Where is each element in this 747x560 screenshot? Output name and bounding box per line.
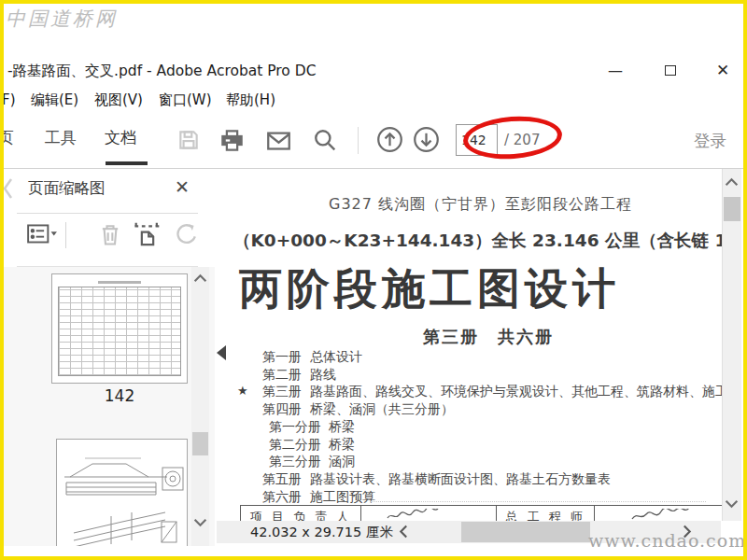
thumbnail-list: 142 xyxy=(4,267,215,546)
menu-file[interactable]: F) xyxy=(4,91,15,108)
search-icon xyxy=(313,128,337,152)
minimize-icon: — xyxy=(608,62,623,79)
panel-collapse-chevron-icon[interactable] xyxy=(4,176,14,201)
delete-pages-icon xyxy=(97,221,123,247)
minimize-button[interactable]: — xyxy=(603,58,627,82)
volume-row: 第一册总体设计 xyxy=(230,348,722,366)
panel-divider xyxy=(17,213,198,214)
menu-help[interactable]: 帮助(H) xyxy=(226,91,275,109)
tab-tools[interactable]: 工具 xyxy=(45,127,77,148)
volume-row: 第二册路线 xyxy=(230,366,722,384)
tab-document[interactable]: 文档 xyxy=(105,127,136,148)
extract-pages-icon xyxy=(133,220,162,248)
screenshot-frame: 中国道桥网 -路基路面、交叉.pdf - Adobe Acrobat Pro D… xyxy=(0,0,747,560)
scroll-down-icon[interactable] xyxy=(725,499,739,509)
scroll-up-icon[interactable] xyxy=(725,177,739,187)
thumbnail-options-icon xyxy=(26,222,58,246)
thumbnail-page-drawing[interactable] xyxy=(56,439,188,546)
table-cell-signature xyxy=(595,506,722,521)
page-up-icon xyxy=(376,126,403,153)
close-button[interactable]: ✕ xyxy=(711,58,735,82)
panel-scroll-up-icon[interactable] xyxy=(193,273,207,283)
close-icon: ✕ xyxy=(716,61,729,79)
doc-subtitle: 第三册 共六册 xyxy=(423,326,554,348)
panel-scroll-down-icon[interactable] xyxy=(193,518,207,527)
watermark-bottom: www.cndao.com xyxy=(588,530,743,551)
thumbnail-page-142[interactable] xyxy=(51,273,188,384)
page-down-icon xyxy=(413,126,440,153)
splitter-collapse-arrow[interactable] xyxy=(217,345,226,360)
signature-table-row: 项 目 负 责 人 总 工 程 师 xyxy=(240,505,722,521)
doc-main-title: 两阶段施工图设计 xyxy=(239,260,620,318)
acrobat-window: 中国道桥网 -路基路面、交叉.pdf - Adobe Acrobat Pro D… xyxy=(4,4,743,556)
extract-pages-button[interactable] xyxy=(130,218,165,250)
panel-scrollbar-thumb[interactable] xyxy=(192,432,208,455)
search-button[interactable] xyxy=(311,126,339,154)
tab-home[interactable]: 页 xyxy=(4,127,14,148)
volume-subrow: 第二分册桥梁 xyxy=(230,436,722,454)
handwritten-signature xyxy=(361,509,473,521)
active-tab-underline xyxy=(106,161,148,165)
thumbnail-options-button[interactable] xyxy=(24,218,60,250)
volume-subrow: 第一分册桥梁 xyxy=(230,418,722,436)
toolbar-separator xyxy=(358,127,359,154)
thumbnail-table-grid xyxy=(58,287,181,376)
table-cell-chief-engineer: 总 工 程 师 xyxy=(497,506,594,521)
next-page-button[interactable] xyxy=(413,126,440,153)
rotate-pages-button[interactable] xyxy=(169,218,204,250)
menu-window[interactable]: 窗口(W) xyxy=(159,91,212,109)
email-button[interactable] xyxy=(264,126,292,154)
save-icon xyxy=(176,128,201,152)
email-icon xyxy=(266,128,291,153)
page-size-label: 42.032 x 29.715 厘米 xyxy=(250,524,393,541)
maximize-icon xyxy=(665,65,676,76)
table-cell-project-leader: 项 目 负 责 人 xyxy=(241,506,361,521)
handwritten-signature xyxy=(595,509,722,521)
menu-edit[interactable]: 编辑(E) xyxy=(31,91,78,109)
print-button[interactable] xyxy=(218,126,246,154)
pdf-page: G327 线沟圈（宁甘界）至彭阳段公路工程 （K0+000～K23+144.14… xyxy=(230,169,722,521)
doc-header-line2: （K0+000～K23+144.143）全长 23.146 公里（含长链 1.8… xyxy=(233,229,722,252)
volume-row: 第六册施工图预算 xyxy=(230,488,722,506)
dotted-leader-line xyxy=(370,501,706,502)
volume-row: 第四册桥梁、涵洞（共三分册） xyxy=(230,400,722,418)
save-button[interactable] xyxy=(175,126,203,154)
rotate-pages-icon xyxy=(174,221,200,247)
thumbnail-table-title-line xyxy=(98,281,141,284)
volume-subrow: 第三分册涵洞 xyxy=(230,453,722,470)
print-icon xyxy=(219,128,245,153)
menu-view[interactable]: 视图(V) xyxy=(94,91,143,109)
watermark-top: 中国道桥网 xyxy=(6,6,118,32)
star-icon: ★ xyxy=(237,383,248,400)
panel-title: 页面缩略图 xyxy=(28,178,106,199)
horizontal-scrollbar-thumb[interactable] xyxy=(461,522,590,542)
panel-toolbar-separator xyxy=(65,222,66,248)
panel-close-button[interactable]: ✕ xyxy=(170,175,194,199)
thumbnail-page-label: 142 xyxy=(51,386,188,405)
maximize-button[interactable] xyxy=(658,58,683,82)
previous-page-button[interactable] xyxy=(376,126,403,153)
volume-list: 第一册总体设计 第二册路线 ★第三册路基路面、路线交叉、环境保护与景观设计、其他… xyxy=(230,348,722,505)
vertical-scrollbar-thumb[interactable] xyxy=(724,197,740,221)
close-icon: ✕ xyxy=(175,176,190,197)
road-cross-section-drawing xyxy=(57,440,187,546)
doc-header-line1: G327 线沟圈（宁甘界）至彭阳段公路工程 xyxy=(329,195,632,215)
delete-pages-button[interactable] xyxy=(92,218,128,250)
volume-row-starred: ★第三册路基路面、路线交叉、环境保护与景观设计、其他工程、筑路材料、施工方案 xyxy=(230,383,722,400)
table-cell-signature xyxy=(361,506,497,521)
scroll-left-icon[interactable] xyxy=(399,525,408,539)
volume-row: 第五册路基设计表、路基横断面设计图、路基土石方数量表 xyxy=(230,470,722,488)
panel-scrollbar[interactable] xyxy=(191,267,209,546)
vertical-scrollbar[interactable] xyxy=(722,169,741,521)
window-title: -路基路面、交叉.pdf - Adobe Acrobat Pro DC xyxy=(7,62,317,81)
login-button[interactable]: 登录 xyxy=(694,130,726,152)
thumbnails-panel: 页面缩略图 ✕ 142 xyxy=(4,169,215,546)
